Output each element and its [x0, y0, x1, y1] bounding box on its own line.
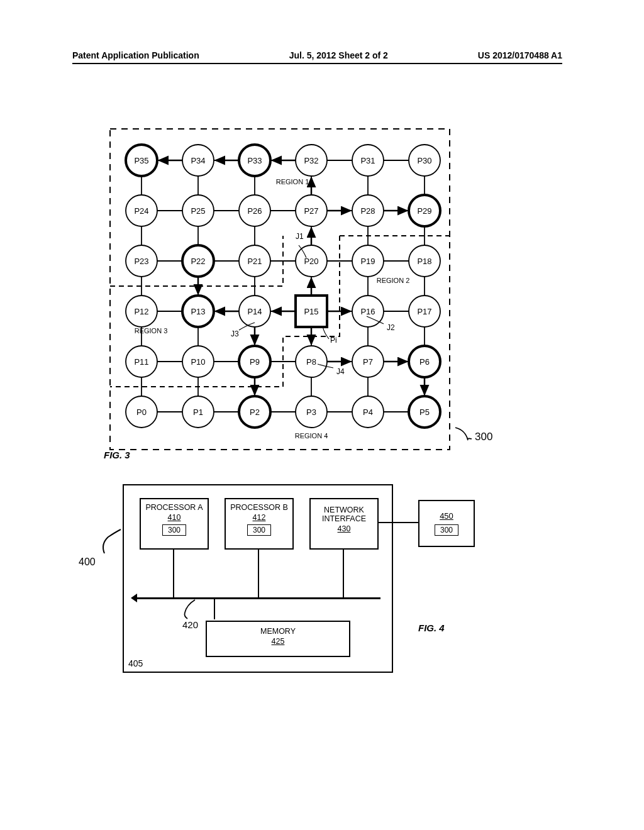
node-p30: P30 — [417, 156, 431, 165]
node-p7: P7 — [363, 357, 373, 367]
bus-connector-a — [173, 548, 174, 597]
figure-3-caption: FIG. 3 — [104, 450, 130, 460]
processor-a-box: PROCESSOR A 410 300 — [140, 498, 209, 550]
node-p8: P8 — [306, 357, 316, 367]
node-p15: P15 — [304, 307, 318, 316]
node-p0: P0 — [136, 407, 147, 417]
node-p9: P9 — [250, 357, 260, 367]
node-p1: P1 — [193, 407, 203, 417]
node-p11: P11 — [134, 357, 148, 367]
bus-arrow-icon — [130, 592, 138, 604]
net-to-450-link — [377, 522, 418, 523]
node-p27: P27 — [304, 206, 318, 216]
node-p13: P13 — [191, 307, 205, 316]
node-p16: P16 — [360, 307, 375, 316]
node-p4: P4 — [363, 407, 373, 417]
node-p6: P6 — [419, 357, 430, 367]
region-1-label: REGION 1 — [276, 178, 309, 185]
j3-label: J3 — [231, 329, 239, 338]
node-p31: P31 — [360, 156, 375, 165]
node-p10: P10 — [191, 357, 205, 367]
j1-label: J1 — [296, 232, 304, 241]
processor-b-inner: 300 — [247, 524, 271, 536]
region-3-label: REGION 3 — [135, 327, 168, 335]
node-p24: P24 — [134, 206, 148, 216]
processor-a-inner: 300 — [162, 524, 186, 536]
node-p22: P22 — [191, 257, 205, 266]
patent-page: Patent Application Publication Jul. 5, 2… — [0, 0, 644, 830]
node-p34: P34 — [191, 156, 205, 165]
bus-connector-b — [258, 548, 259, 597]
node-p2: P2 — [250, 407, 260, 417]
processor-b-num: 412 — [226, 513, 292, 522]
header-right: US 2012/0170488 A1 — [478, 50, 562, 60]
processor-b-label: PROCESSOR B — [226, 503, 292, 512]
figure-4-ref-405: 405 — [128, 658, 143, 668]
memory-box: MEMORY 425 — [206, 621, 350, 657]
fig4-420-hook-icon — [177, 599, 196, 621]
node-p5: P5 — [419, 407, 430, 417]
header-left: Patent Application Publication — [72, 50, 199, 60]
figure-3: P35 P34 P33 P32 P31 P30 P24 P25 P26 P27 … — [104, 123, 456, 456]
figure-4-caption: FIG. 4 — [418, 622, 445, 633]
region-4-label: REGION 4 — [295, 432, 328, 440]
node-p26: P26 — [247, 206, 262, 216]
external-450-num: 450 — [419, 511, 474, 521]
external-450-inner: 300 — [435, 524, 458, 536]
node-p32: P32 — [304, 156, 318, 165]
pi-label: Pi — [330, 336, 337, 345]
page-header: Patent Application Publication Jul. 5, 2… — [72, 50, 562, 60]
fig4-400-hook-icon — [99, 528, 125, 556]
node-p33: P33 — [247, 156, 262, 165]
figure-4-ref-420: 420 — [182, 619, 198, 630]
node-p12: P12 — [134, 307, 148, 316]
network-interface-box: NETWORK INTERFACE 430 — [309, 498, 379, 550]
processor-a-num: 410 — [141, 513, 208, 522]
node-p14: P14 — [247, 307, 262, 316]
network-interface-num: 430 — [311, 524, 377, 533]
j4-label: J4 — [336, 367, 345, 376]
node-p25: P25 — [191, 206, 205, 216]
network-interface-label: NETWORK INTERFACE — [311, 506, 377, 523]
processor-b-box: PROCESSOR B 412 300 — [225, 498, 294, 550]
bus-connector-mem — [214, 597, 215, 619]
node-p19: P19 — [360, 257, 375, 266]
node-p29: P29 — [417, 206, 431, 216]
system-bus — [135, 597, 380, 599]
region-2-label: REGION 2 — [377, 277, 410, 284]
node-p28: P28 — [360, 206, 375, 216]
memory-label: MEMORY — [207, 627, 349, 636]
figure-3-ref: 300 — [475, 431, 492, 443]
node-p35: P35 — [134, 156, 148, 165]
external-450-box: 450 300 — [418, 500, 475, 547]
memory-num: 425 — [207, 637, 349, 646]
fig3-ref-hook-icon — [454, 426, 475, 441]
svg-rect-0 — [110, 129, 450, 450]
processor-a-label: PROCESSOR A — [141, 503, 208, 512]
node-p18: P18 — [417, 257, 431, 266]
node-p23: P23 — [134, 257, 148, 266]
figure-4-ref-400: 400 — [79, 556, 96, 568]
bus-connector-net — [343, 548, 344, 597]
node-p3: P3 — [306, 407, 316, 417]
j2-label: J2 — [387, 323, 395, 332]
header-center: Jul. 5, 2012 Sheet 2 of 2 — [289, 50, 388, 60]
header-rule — [72, 63, 562, 64]
node-p21: P21 — [247, 257, 262, 266]
node-p17: P17 — [417, 307, 431, 316]
